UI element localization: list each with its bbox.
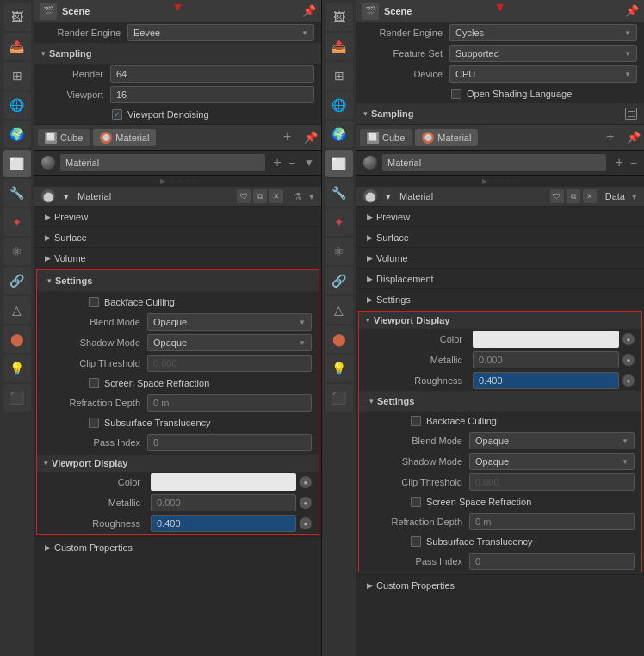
- left-shadow-mode-select[interactable]: Opaque ▼: [147, 334, 312, 351]
- shading-icon[interactable]: 💡: [3, 355, 31, 382]
- left-material-tab[interactable]: ⬤ Material: [93, 129, 156, 146]
- left-settings-header[interactable]: ▾ Settings: [37, 270, 319, 291]
- left-surface-row[interactable]: ▶ Surface: [34, 226, 321, 247]
- left-blend-mode-select[interactable]: Opaque ▼: [147, 313, 312, 331]
- left-metallic-dot[interactable]: ●: [300, 497, 312, 509]
- right-sampling-header[interactable]: ▾ Sampling: [356, 103, 644, 124]
- left-color-field[interactable]: [151, 473, 296, 491]
- render-icon[interactable]: 🖼: [3, 3, 31, 31]
- left-color-dot[interactable]: ●: [300, 476, 312, 488]
- right-material-add[interactable]: +: [615, 155, 622, 170]
- right-settings-subheader[interactable]: ▾ Settings: [359, 391, 641, 412]
- right-shadow-mode-select[interactable]: Opaque ▼: [469, 453, 635, 470]
- right-mat-shield[interactable]: 🛡: [550, 189, 564, 203]
- right-list-icon[interactable]: [625, 108, 637, 120]
- right-inner-mat-select[interactable]: ▾: [382, 190, 394, 203]
- right-preview-row[interactable]: ▶ Preview: [356, 206, 644, 226]
- right-color-field[interactable]: [473, 331, 619, 348]
- right-texture-icon[interactable]: ⬛: [325, 384, 353, 412]
- right-object-icon[interactable]: ⬜: [325, 150, 353, 177]
- right-output-icon[interactable]: 📤: [325, 33, 353, 60]
- view-layer-icon[interactable]: ⊞: [3, 62, 31, 90]
- right-pass-index-field[interactable]: 0: [469, 553, 635, 570]
- right-feature-set-select[interactable]: Supported ▼: [449, 45, 637, 62]
- left-render-engine-select[interactable]: Eevee ▼: [127, 24, 314, 41]
- left-pin-icon[interactable]: 📌: [302, 4, 316, 17]
- left-viewport-value-field[interactable]: 16: [110, 86, 314, 103]
- right-surface-row[interactable]: ▶ Surface: [356, 226, 644, 247]
- left-custom-props-row[interactable]: ▶ Custom Properties: [34, 536, 321, 557]
- right-scene-icon[interactable]: 🌐: [325, 91, 353, 119]
- modifier-icon[interactable]: 🔧: [3, 179, 31, 207]
- right-osl-checkbox[interactable]: [451, 89, 461, 99]
- right-modifier-icon[interactable]: 🔧: [325, 179, 353, 207]
- right-tab-pin[interactable]: 📌: [627, 131, 641, 144]
- left-metallic-field[interactable]: 0.000: [151, 494, 296, 511]
- left-refraction-field[interactable]: 0 m: [147, 394, 312, 412]
- right-custom-props-row[interactable]: ▶ Custom Properties: [356, 574, 644, 595]
- right-roughness-field[interactable]: 0.400: [473, 372, 619, 389]
- left-material-name-bar[interactable]: Material: [60, 154, 265, 171]
- physics-icon[interactable]: ⚛: [3, 238, 31, 265]
- left-tab-add[interactable]: +: [283, 129, 300, 146]
- right-data-icon[interactable]: △: [325, 296, 353, 324]
- right-material-name-bar[interactable]: Material: [382, 154, 606, 171]
- left-ssr-checkbox[interactable]: [89, 378, 99, 388]
- right-mat-copy[interactable]: ⧉: [567, 189, 580, 203]
- right-material-remove[interactable]: −: [630, 156, 637, 170]
- object-icon[interactable]: ⬜: [3, 150, 31, 177]
- left-material-remove[interactable]: −: [288, 156, 295, 170]
- left-volume-row[interactable]: ▶ Volume: [34, 247, 321, 268]
- right-physics-icon[interactable]: ⚛: [325, 238, 353, 265]
- right-mat-delete[interactable]: ✕: [583, 189, 597, 203]
- right-roughness-dot[interactable]: ●: [622, 374, 635, 387]
- right-refraction-field[interactable]: 0 m: [469, 513, 635, 530]
- right-metallic-field[interactable]: 0.000: [473, 351, 619, 368]
- world-icon[interactable]: 🌍: [3, 121, 31, 148]
- right-ssr-checkbox[interactable]: [411, 497, 421, 507]
- left-inner-mat-select[interactable]: ▾: [60, 190, 72, 203]
- left-vp-header[interactable]: ▾ Viewport Display: [37, 455, 319, 472]
- right-render-icon[interactable]: 🖼: [325, 3, 353, 31]
- left-roughness-dot[interactable]: ●: [300, 517, 312, 529]
- right-vp-header[interactable]: ▾ Viewport Display: [359, 312, 641, 329]
- right-device-select[interactable]: CPU ▼: [449, 65, 637, 83]
- right-shading-icon[interactable]: 💡: [325, 355, 353, 382]
- left-pass-index-field[interactable]: 0: [147, 434, 312, 451]
- left-roughness-field[interactable]: 0.400: [151, 515, 296, 532]
- left-cube-tab[interactable]: ⬜ Cube: [38, 129, 90, 146]
- right-subsurface-checkbox[interactable]: [411, 536, 421, 547]
- scene-header-icon[interactable]: 🎬: [40, 3, 57, 20]
- left-material-add[interactable]: +: [274, 155, 282, 170]
- right-material-tab[interactable]: ⬤ Material: [415, 129, 478, 146]
- left-mat-filter[interactable]: ⚗: [294, 191, 302, 202]
- left-render-value-field[interactable]: 64: [110, 65, 314, 83]
- right-color-dot[interactable]: ●: [622, 333, 635, 345]
- right-constraints-icon[interactable]: 🔗: [325, 267, 353, 294]
- material-icon[interactable]: ⬤: [3, 325, 31, 353]
- right-displacement-row[interactable]: ▶ Displacement: [356, 268, 644, 288]
- right-metallic-dot[interactable]: ●: [622, 354, 635, 366]
- left-tab-pin[interactable]: 📌: [304, 131, 318, 144]
- scene-icon[interactable]: 🌐: [3, 91, 31, 119]
- right-volume-row[interactable]: ▶ Volume: [356, 247, 644, 268]
- left-sampling-header[interactable]: ▾ Sampling: [34, 43, 321, 64]
- right-material-icon[interactable]: ⬤: [325, 325, 353, 353]
- left-backface-checkbox[interactable]: [89, 297, 99, 307]
- left-mat-delete[interactable]: ✕: [269, 189, 283, 203]
- data-icon[interactable]: △: [3, 296, 31, 324]
- right-render-engine-select[interactable]: Cycles ▼: [449, 24, 637, 41]
- right-settings-collapsed-row[interactable]: ▶ Settings: [356, 288, 644, 309]
- right-cube-tab[interactable]: ⬜ Cube: [360, 129, 412, 146]
- right-pin-icon[interactable]: 📌: [625, 4, 639, 17]
- left-clip-threshold-field[interactable]: 0.000: [147, 355, 312, 372]
- particles-icon[interactable]: ✦: [3, 208, 31, 236]
- left-preview-row[interactable]: ▶ Preview: [34, 206, 321, 226]
- left-material-scroll[interactable]: ▼: [304, 157, 314, 169]
- right-particles-icon[interactable]: ✦: [325, 208, 353, 236]
- right-clip-threshold-field[interactable]: 0.000: [469, 473, 635, 491]
- right-blend-mode-select[interactable]: Opaque ▼: [469, 432, 635, 449]
- left-mat-shield[interactable]: 🛡: [237, 189, 251, 203]
- constraints-icon[interactable]: 🔗: [3, 267, 31, 294]
- right-scene-header-icon[interactable]: 🎬: [362, 3, 379, 20]
